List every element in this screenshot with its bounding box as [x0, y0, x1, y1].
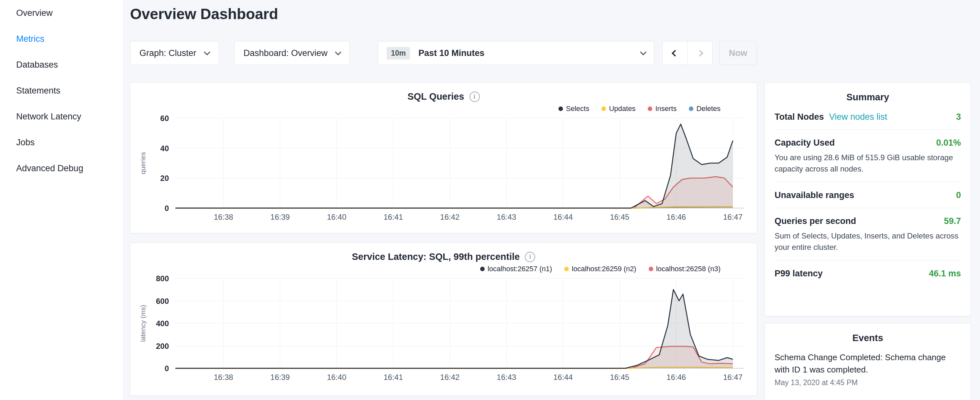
legend-item[interactable]: localhost:26257 (n1) — [480, 265, 552, 273]
sql-queries-chart[interactable]: 16:3816:3916:4016:4116:4216:4316:4416:45… — [130, 113, 757, 222]
summary-label: P99 latency — [775, 269, 823, 279]
chart-legend: SelectsUpdatesInsertsDeletes — [130, 105, 757, 113]
summary-value: 0 — [956, 190, 961, 200]
summary-row-p99-latency: P99 latency 46.1 ms — [775, 261, 961, 286]
info-icon[interactable]: i — [469, 92, 480, 102]
info-icon[interactable]: i — [525, 252, 535, 262]
y-tick-label: 200 — [156, 342, 169, 351]
events-panel: Events Schema Change Completed: Schema c… — [765, 323, 971, 400]
legend-dot-icon — [601, 107, 606, 111]
time-range-label: Past 10 Minutes — [418, 48, 484, 58]
legend-label: Deletes — [696, 105, 721, 113]
time-range-dropdown[interactable]: 10m Past 10 Minutes — [378, 41, 654, 65]
series-line — [175, 124, 733, 209]
sidebar-item-network-latency[interactable]: Network Latency — [0, 104, 123, 129]
chevron-left-icon — [672, 49, 678, 56]
legend-label: localhost:26258 (n3) — [656, 265, 721, 273]
legend-item[interactable]: localhost:26258 (n3) — [649, 265, 721, 273]
page-title: Overview Dashboard — [130, 5, 278, 23]
time-prev-button[interactable] — [662, 41, 687, 65]
chart-legend: localhost:26257 (n1)localhost:26259 (n2)… — [130, 265, 757, 273]
summary-row-capacity-used: Capacity Used 0.01% You are using 28.6 M… — [775, 130, 961, 182]
y-tick-label: 0 — [165, 364, 169, 373]
y-tick-label: 800 — [156, 274, 169, 283]
summary-value: 3 — [956, 112, 961, 122]
y-tick-label: 20 — [160, 174, 169, 183]
x-tick-label: 16:38 — [214, 373, 233, 382]
summary-panel: Summary Total Nodes View nodes list 3 Ca… — [765, 83, 971, 316]
summary-label: Queries per second — [775, 216, 856, 226]
chevron-right-icon — [697, 49, 703, 56]
legend-label: localhost:26257 (n1) — [488, 265, 552, 273]
chevron-down-icon — [335, 49, 341, 55]
summary-note: You are using 28.6 MiB of 515.9 GiB usab… — [775, 152, 961, 174]
x-tick-label: 16:42 — [440, 373, 460, 382]
time-nav-group — [662, 41, 713, 65]
x-tick-label: 16:41 — [383, 373, 403, 382]
legend-dot-icon — [649, 267, 653, 271]
x-tick-label: 16:45 — [610, 213, 629, 222]
series-line — [175, 290, 733, 368]
chart-title: Service Latency: SQL, 99th percentile — [352, 252, 520, 262]
x-tick-label: 16:38 — [214, 213, 233, 222]
summary-label: Unavailable ranges — [775, 190, 854, 200]
legend-item[interactable]: localhost:26259 (n2) — [564, 265, 636, 273]
legend-item[interactable]: Updates — [601, 105, 635, 113]
x-tick-label: 16:47 — [723, 213, 743, 222]
x-tick-label: 16:40 — [327, 213, 347, 222]
chart-title: SQL Queries — [407, 91, 464, 102]
x-tick-label: 16:43 — [496, 213, 516, 222]
sidebar-item-statements[interactable]: Statements — [0, 78, 123, 104]
event-timestamp: May 13, 2020 at 4:45 PM — [775, 378, 961, 387]
service-latency-chart-panel: Service Latency: SQL, 99th percentile i … — [130, 243, 757, 396]
sidebar-item-metrics[interactable]: Metrics — [0, 26, 123, 52]
y-tick-label: 600 — [156, 297, 169, 306]
chevron-down-icon — [204, 49, 210, 55]
x-tick-label: 16:41 — [383, 213, 403, 222]
legend-dot-icon — [689, 107, 694, 111]
graph-scope-dropdown[interactable]: Graph: Cluster — [130, 41, 219, 65]
summary-value: 59.7 — [944, 216, 961, 226]
legend-label: Inserts — [655, 105, 676, 113]
x-tick-label: 16:47 — [723, 373, 743, 382]
legend-dot-icon — [564, 267, 569, 271]
x-tick-label: 16:43 — [496, 373, 516, 382]
sidebar-item-jobs[interactable]: Jobs — [0, 129, 123, 155]
legend-label: localhost:26259 (n2) — [572, 265, 636, 273]
x-tick-label: 16:44 — [553, 373, 573, 382]
y-tick-label: 0 — [165, 204, 169, 213]
summary-value: 0.01% — [936, 138, 961, 148]
summary-heading: Summary — [775, 92, 961, 103]
y-tick-label: 40 — [160, 144, 169, 153]
x-tick-label: 16:39 — [270, 213, 290, 222]
series-area — [175, 124, 733, 209]
dashboard-dropdown[interactable]: Dashboard: Overview — [234, 41, 350, 65]
time-range-badge: 10m — [387, 47, 410, 59]
x-tick-label: 16:46 — [667, 373, 686, 382]
toolbar: Graph: Cluster Dashboard: Overview 10m P… — [130, 41, 757, 65]
legend-label: Updates — [609, 105, 635, 113]
legend-item[interactable]: Selects — [558, 105, 589, 113]
legend-item[interactable]: Deletes — [689, 105, 721, 113]
legend-item[interactable]: Inserts — [648, 105, 676, 113]
time-next-button[interactable] — [687, 41, 713, 65]
event-item[interactable]: Schema Change Completed: Schema change w… — [775, 351, 961, 387]
y-axis-label: latency (ms) — [139, 305, 146, 342]
view-nodes-list-link[interactable]: View nodes list — [829, 112, 888, 122]
x-tick-label: 16:40 — [327, 373, 347, 382]
events-heading: Events — [775, 333, 961, 343]
chevron-down-icon — [640, 49, 646, 55]
sidebar-item-databases[interactable]: Databases — [0, 52, 123, 78]
summary-row-total-nodes: Total Nodes View nodes list 3 — [775, 104, 961, 130]
legend-dot-icon — [648, 107, 652, 111]
sidebar-item-advanced-debug[interactable]: Advanced Debug — [0, 155, 123, 181]
summary-row-queries-per-second: Queries per second 59.7 Sum of Selects, … — [775, 208, 961, 261]
service-latency-chart[interactable]: 16:3816:3916:4016:4116:4216:4316:4416:45… — [130, 274, 757, 382]
sidebar-item-overview[interactable]: Overview — [0, 0, 123, 26]
series-area — [175, 290, 733, 368]
event-message: Schema Change Completed: Schema change w… — [775, 351, 961, 376]
x-tick-label: 16:42 — [440, 213, 460, 222]
graph-scope-label: Graph: Cluster — [140, 48, 196, 58]
x-tick-label: 16:46 — [667, 213, 686, 222]
now-button[interactable]: Now — [719, 41, 757, 65]
